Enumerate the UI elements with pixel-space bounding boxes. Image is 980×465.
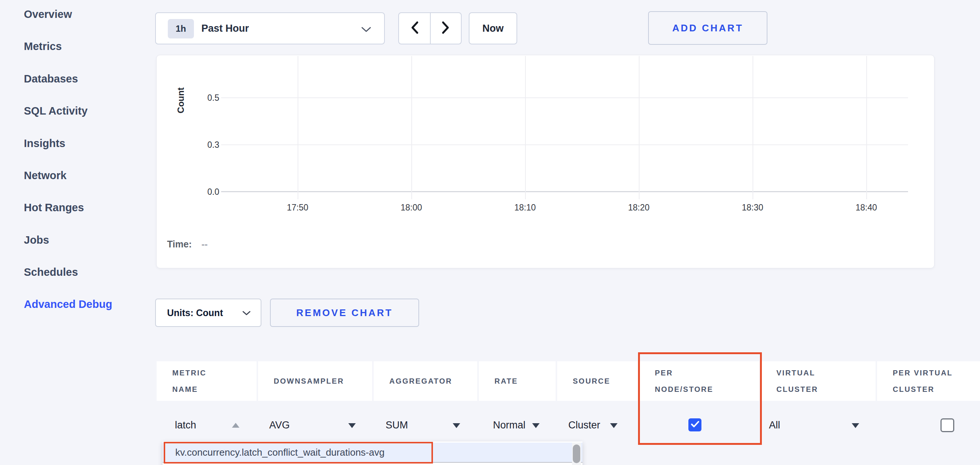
metric-suggestions-dropdown: kv.concurrency.latch_conflict_wait_durat… xyxy=(162,441,582,465)
sidebar-item-sql-activity[interactable]: SQL Activity xyxy=(24,105,88,117)
x-tick-label: 17:50 xyxy=(272,203,324,213)
metric-name-collapse-icon[interactable] xyxy=(232,423,239,428)
rate-select[interactable]: Normal xyxy=(493,419,525,431)
time-value: -- xyxy=(201,239,208,249)
downsampler-caret-icon xyxy=(348,423,356,428)
y-tick-label: 0.3 xyxy=(192,139,219,150)
sidebar-item-schedules[interactable]: Schedules xyxy=(24,266,78,278)
virtual-cluster-select[interactable]: All xyxy=(769,419,780,431)
sidebar-item-databases[interactable]: Databases xyxy=(24,73,78,85)
metric-suggestion-label: kv.concurrency.latch_conflict_wait_durat… xyxy=(175,443,385,462)
source-caret-icon xyxy=(610,423,617,428)
time-range-label: Past Hour xyxy=(201,13,249,44)
virtual-cluster-caret-icon xyxy=(852,423,859,428)
column-header-downsampler: DOWNSAMPLER xyxy=(258,361,372,401)
column-header-per-node-store: PER NODE/STORE xyxy=(639,361,759,401)
x-tick-label: 18:30 xyxy=(726,203,779,213)
check-icon xyxy=(690,420,700,430)
x-tick-label: 18:40 xyxy=(840,203,892,213)
gridline xyxy=(639,56,640,199)
previous-time-button[interactable] xyxy=(399,13,430,44)
hover-time-readout: Time:-- xyxy=(167,239,208,250)
sidebar-item-advanced-debug[interactable]: Advanced Debug xyxy=(24,298,112,310)
chevron-right-icon xyxy=(442,21,450,36)
sidebar-item-network[interactable]: Network xyxy=(24,169,66,182)
remove-chart-button[interactable]: REMOVE CHART xyxy=(270,299,419,327)
column-header-metric-name: METRIC NAME xyxy=(157,361,256,401)
per-node-store-checkbox[interactable] xyxy=(688,419,702,431)
custom-chart-panel: Count 0.5 0.3 0.0 17:50 18:00 18:10 18:2… xyxy=(156,55,934,268)
column-header-aggregator: AGGREGATOR xyxy=(374,361,477,401)
chevron-down-icon xyxy=(242,310,251,317)
chevron-down-icon xyxy=(361,27,371,34)
next-time-button[interactable] xyxy=(430,13,461,44)
add-chart-button[interactable]: ADD CHART xyxy=(648,11,767,45)
time-range-selector[interactable]: 1h Past Hour xyxy=(155,12,385,45)
gridline xyxy=(221,144,908,145)
gridline xyxy=(752,56,753,199)
dropdown-scrollbar-thumb[interactable] xyxy=(573,444,580,463)
time-range-badge: 1h xyxy=(168,19,194,38)
time-caption: Time: xyxy=(167,239,192,249)
rate-caret-icon xyxy=(532,423,539,428)
gridline xyxy=(221,97,908,98)
sidebar-item-hot-ranges[interactable]: Hot Ranges xyxy=(24,201,84,214)
advanced-debug-custom-chart-page: Overview Metrics Databases SQL Activity … xyxy=(0,0,980,465)
metric-suggestion-option[interactable]: kv.concurrency.latch_conflict_wait_durat… xyxy=(162,443,582,463)
column-header-rate: RATE xyxy=(479,361,556,401)
gridline xyxy=(411,56,412,199)
x-tick-label: 18:20 xyxy=(612,203,665,213)
gridline xyxy=(298,56,298,199)
x-tick-label: 18:00 xyxy=(385,203,438,213)
units-dropdown[interactable]: Units: Count xyxy=(155,299,261,327)
y-axis-label: Count xyxy=(176,78,187,123)
column-header-per-virtual-cluster: PER VIRTUAL CLUSTER xyxy=(877,361,980,401)
dropdown-scrollbar[interactable] xyxy=(572,443,581,465)
source-select[interactable]: Cluster xyxy=(568,419,600,431)
y-tick-label: 0.0 xyxy=(192,187,219,197)
column-header-virtual-cluster: VIRTUAL CLUSTER xyxy=(761,361,876,401)
aggregator-select[interactable]: SUM xyxy=(386,419,408,431)
column-header-source: SOURCE xyxy=(557,361,638,401)
x-tick-label: 18:10 xyxy=(499,203,551,213)
metric-name-input[interactable]: latch xyxy=(175,419,196,431)
sidebar-item-metrics[interactable]: Metrics xyxy=(24,40,62,53)
time-step-button-group xyxy=(398,12,462,45)
sidebar-item-insights[interactable]: Insights xyxy=(24,137,65,150)
per-virtual-cluster-checkbox[interactable] xyxy=(940,419,954,432)
aggregator-caret-icon xyxy=(453,423,460,428)
x-axis-baseline xyxy=(221,191,908,192)
sidebar-item-overview[interactable]: Overview xyxy=(24,8,72,21)
sidebar-item-jobs[interactable]: Jobs xyxy=(24,234,49,246)
gridline xyxy=(866,56,867,199)
downsampler-select[interactable]: AVG xyxy=(269,419,290,431)
chevron-left-icon xyxy=(410,21,419,36)
units-dropdown-label: Units: Count xyxy=(167,299,223,326)
y-tick-label: 0.5 xyxy=(192,93,219,103)
now-button[interactable]: Now xyxy=(469,12,517,45)
gridline xyxy=(525,56,526,199)
